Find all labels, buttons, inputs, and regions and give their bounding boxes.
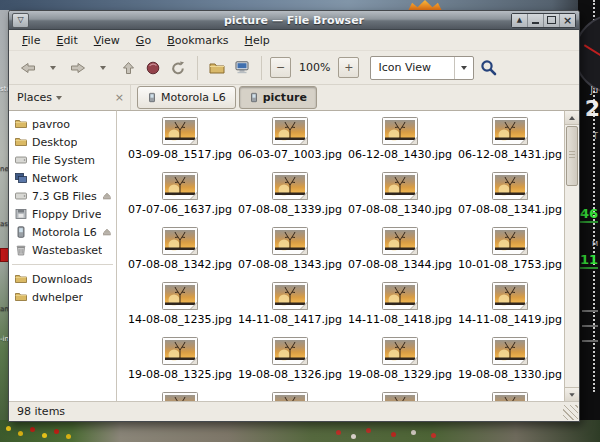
file-name: 19-08-08_1326.jpg [238,368,342,381]
scrollbar-thumb[interactable] [566,126,578,186]
sidebar-item-file-system[interactable]: File System [9,151,116,169]
eject-icon[interactable] [102,191,112,201]
sidebar-item-label: Network [32,172,78,185]
file-item[interactable]: 19-08-08_1325.jpg [125,337,235,392]
combo-arrow-zone[interactable] [454,57,473,79]
file-item[interactable]: 07-08-08_1341.jpg [455,172,564,227]
sidebar-close-button[interactable]: × [115,91,124,104]
reload-button[interactable] [167,55,189,81]
places-header[interactable]: Places × [9,85,131,110]
sidebar-item-motorola-l6[interactable]: Motorola L6 [9,223,116,241]
file-view[interactable]: 03-09-08_1517.jpg 06-03-07_1003.jpg 06-1… [117,110,564,401]
computer-button[interactable] [231,55,253,81]
zoom-in-button[interactable]: + [338,57,359,78]
file-item[interactable]: 07-07-06_1637.jpg [125,172,235,227]
window-title: picture — File Browser [9,14,579,27]
file-item-partial[interactable] [125,392,235,401]
menu-view[interactable]: View [87,32,127,49]
file-item[interactable]: 14-11-08_1417.jpg [235,282,345,337]
vertical-scrollbar[interactable] [564,110,579,401]
file-name: 03-09-08_1517.jpg [128,148,232,161]
file-name: 06-03-07_1003.jpg [238,148,342,161]
back-icon [20,62,36,74]
file-item[interactable]: 10-01-08_1753.jpg [455,227,564,282]
file-item[interactable]: 19-08-08_1326.jpg [235,337,345,392]
forward-dropdown[interactable] [92,55,114,81]
file-item[interactable]: 07-08-08_1340.jpg [345,172,455,227]
home-folder-icon [209,61,225,74]
shade-button[interactable]: ▲ [512,14,528,27]
up-button[interactable] [117,55,139,81]
image-thumbnail [162,227,198,255]
calendar-day: 2 [585,96,600,121]
menu-edit[interactable]: Edit [49,32,84,49]
forward-button[interactable] [67,55,89,81]
image-thumbnail [272,117,308,145]
file-item[interactable]: 07-08-08_1343.jpg [235,227,345,282]
sidebar-item-desktop[interactable]: Desktop [9,133,116,151]
file-name: 06-12-08_1431.jpg [458,148,562,161]
sidebar-item-label: Wastebasket [32,244,102,257]
floppy-icon [15,208,27,220]
sidebar-item-pavroo[interactable]: pavroo [9,115,116,133]
file-item-partial[interactable] [235,392,345,401]
titlebar[interactable]: ▽ picture — File Browser ▲ × [9,11,579,30]
chevron-down-icon [50,66,56,70]
close-button[interactable]: × [560,14,575,27]
window-menu-button[interactable]: ▽ [12,13,29,28]
sidebar-item-network[interactable]: Network [9,169,116,187]
scroll-up-button[interactable] [565,111,579,125]
file-item[interactable]: 06-12-08_1430.jpg [345,117,455,172]
path-button-picture[interactable]: picture [239,86,317,109]
menu-go[interactable]: Go [129,32,158,49]
file-item[interactable]: 14-08-08_1235.jpg [125,282,235,337]
stop-button[interactable] [142,55,164,81]
file-item[interactable]: 07-08-08_1344.jpg [345,227,455,282]
sidebar-item-downloads[interactable]: Downloads [9,270,116,288]
file-item[interactable]: 06-03-07_1003.jpg [235,117,345,172]
maximize-button[interactable] [544,14,560,27]
file-name: 07-08-08_1341.jpg [458,203,562,216]
file-item-partial[interactable] [455,392,564,401]
status-text: 98 items [17,405,65,418]
toolbar-separator [197,56,198,80]
file-item-partial[interactable] [345,392,455,401]
back-dropdown[interactable] [42,55,64,81]
back-button[interactable] [17,55,39,81]
file-item[interactable]: 07-08-08_1342.jpg [125,227,235,282]
home-button[interactable] [206,55,228,81]
file-name: 06-12-08_1430.jpg [348,148,452,161]
file-item[interactable]: 14-11-08_1418.jpg [345,282,455,337]
network-icon [15,172,27,184]
image-thumbnail [272,392,308,401]
file-item[interactable]: 06-12-08_1431.jpg [455,117,564,172]
scroll-down-button[interactable] [565,387,579,401]
minimize-button[interactable] [528,14,544,27]
file-item[interactable]: 19-08-08_1330.jpg [455,337,564,392]
image-thumbnail [382,227,418,255]
folder-icon [15,273,27,285]
menu-help[interactable]: Help [238,32,277,49]
scrollbar-track[interactable] [565,125,579,387]
sidebar-item-dwhelper[interactable]: dwhelper [9,288,116,306]
search-button[interactable] [477,55,499,81]
view-mode-select[interactable]: Icon View [370,56,474,80]
eject-icon[interactable] [102,227,112,237]
menu-file[interactable]: File [15,32,47,49]
sidebar-item-label: File System [32,154,95,167]
file-item[interactable]: 07-08-08_1339.jpg [235,172,345,227]
file-item[interactable]: 19-08-08_1329.jpg [345,337,455,392]
menu-bookmarks[interactable]: Bookmarks [160,32,235,49]
image-thumbnail [162,392,198,401]
resize-grip[interactable] [563,405,578,420]
image-thumbnail [162,282,198,310]
sidebar-item-7-3-gb-files-[interactable]: 7.3 GB Files... [9,187,116,205]
zoom-out-button[interactable]: − [270,57,291,78]
sidebar-item-floppy-drive[interactable]: Floppy Drive [9,205,116,223]
file-item[interactable]: 14-11-08_1419.jpg [455,282,564,337]
file-item[interactable]: 03-09-08_1517.jpg [125,117,235,172]
image-thumbnail [272,282,308,310]
image-thumbnail [492,282,528,310]
sidebar-item-wastebasket[interactable]: Wastebasket [9,241,116,259]
path-button-motorola-l6[interactable]: Motorola L6 [137,86,236,109]
